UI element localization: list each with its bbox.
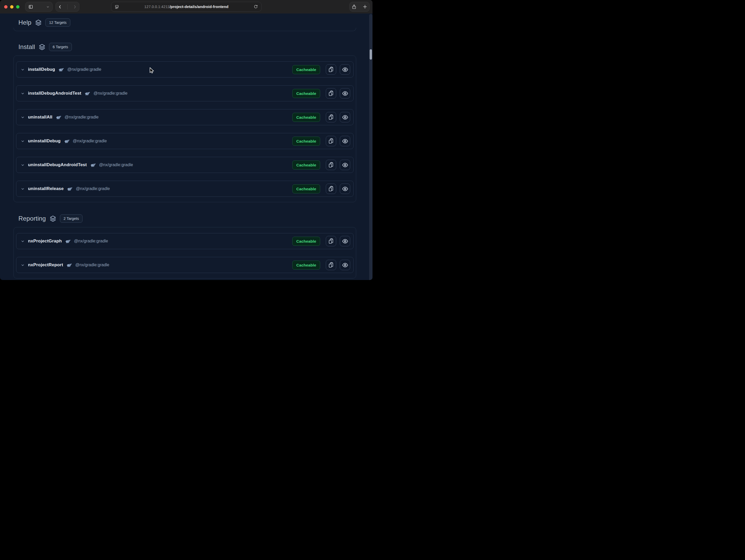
- cacheable-badge: Cacheable: [292, 161, 320, 170]
- expand-chevron-icon[interactable]: [21, 91, 25, 96]
- section-header: Reporting 2 Targets: [19, 214, 356, 223]
- row-actions: Cacheable: [292, 64, 350, 75]
- sidebar-icon: [28, 4, 33, 10]
- copy-target-button[interactable]: [326, 260, 336, 270]
- target-name: nxProjectGraph: [28, 239, 62, 244]
- url-host: 127.0.0.1:4211: [144, 5, 169, 9]
- target-executor: @nx/gradle:gradle: [73, 139, 107, 143]
- cacheable-badge: Cacheable: [292, 89, 320, 98]
- view-target-button[interactable]: [340, 160, 350, 170]
- eye-icon: [342, 238, 348, 244]
- target-executor: @nx/gradle:gradle: [67, 67, 101, 72]
- copy-target-button[interactable]: [326, 136, 336, 146]
- expand-chevron-icon[interactable]: [21, 139, 25, 143]
- target-row[interactable]: installDebug @nx/gradle:gradle Cacheable: [16, 62, 354, 77]
- eye-icon: [342, 114, 348, 120]
- view-target-button[interactable]: [340, 183, 350, 194]
- view-target-button[interactable]: [340, 64, 350, 75]
- view-target-button[interactable]: [340, 112, 350, 123]
- project-targets-list: Help 12 Targets Install 6 Targ: [13, 18, 356, 278]
- section-title: Help: [19, 19, 31, 26]
- zoom-window-button[interactable]: [16, 5, 20, 8]
- copy-target-button[interactable]: [326, 64, 336, 75]
- target-row[interactable]: uninstallDebugAndroidTest @nx/gradle:gra…: [16, 157, 354, 173]
- layers-icon: [35, 19, 42, 26]
- target-executor: @nx/gradle:gradle: [76, 186, 110, 191]
- section-title: Reporting: [19, 215, 46, 222]
- url-text: 127.0.0.1:4211/project-details/android-f…: [119, 5, 253, 9]
- target-name: uninstallDebugAndroidTest: [28, 162, 87, 168]
- row-actions: Cacheable: [292, 236, 350, 246]
- view-target-button[interactable]: [340, 136, 350, 146]
- tab-overview-chevron-button[interactable]: [46, 5, 50, 9]
- forward-button[interactable]: [72, 4, 77, 9]
- share-button[interactable]: [352, 4, 357, 9]
- expand-chevron-icon[interactable]: [21, 163, 25, 167]
- address-bar[interactable]: 127.0.0.1:4211/project-details/android-f…: [111, 2, 261, 12]
- nav-divider: [67, 4, 68, 9]
- expand-chevron-icon[interactable]: [21, 239, 25, 243]
- back-button[interactable]: [58, 4, 63, 9]
- gradle-elephant-icon: [67, 186, 72, 191]
- target-row[interactable]: uninstallAll @nx/gradle:gradle Cacheable: [16, 109, 354, 125]
- target-row[interactable]: nxProjectReport @nx/gradle:gradle Cachea…: [16, 257, 354, 273]
- view-target-button[interactable]: [340, 260, 350, 270]
- target-name: uninstallDebug: [28, 138, 61, 144]
- close-window-button[interactable]: [4, 5, 7, 8]
- target-row[interactable]: uninstallRelease @nx/gradle:gradle Cache…: [16, 181, 354, 197]
- reload-button[interactable]: [253, 4, 258, 9]
- target-executor: @nx/gradle:gradle: [65, 115, 99, 119]
- sidebar-toggle-group: [25, 2, 53, 12]
- gradle-elephant-icon: [56, 115, 61, 120]
- expand-chevron-icon[interactable]: [21, 187, 25, 191]
- copy-target-button[interactable]: [326, 183, 336, 194]
- copy-target-button[interactable]: [326, 160, 336, 170]
- layers-icon: [50, 215, 56, 222]
- gradle-elephant-icon: [64, 138, 69, 144]
- expand-chevron-icon[interactable]: [21, 115, 25, 119]
- clipboard-copy-icon: [328, 138, 334, 144]
- row-actions: Cacheable: [292, 183, 350, 194]
- copy-target-button[interactable]: [326, 236, 336, 246]
- clipboard-copy-icon: [328, 262, 334, 268]
- view-target-button[interactable]: [340, 88, 350, 99]
- copy-target-button[interactable]: [326, 88, 336, 99]
- view-target-button[interactable]: [340, 236, 350, 246]
- target-executor: @nx/gradle:gradle: [99, 163, 133, 167]
- cacheable-badge: Cacheable: [292, 184, 320, 194]
- row-actions: Cacheable: [292, 160, 350, 170]
- page-settings-button[interactable]: [115, 4, 119, 9]
- browser-window: 127.0.0.1:4211/project-details/android-f…: [0, 0, 372, 280]
- eye-icon: [342, 66, 348, 73]
- section-header: Help 12 Targets: [19, 18, 356, 27]
- targets-count-badge: 6 Targets: [49, 43, 72, 51]
- targets-count-badge: 12 Targets: [45, 19, 70, 27]
- chevron-left-icon: [58, 4, 63, 9]
- new-tab-button[interactable]: [362, 4, 367, 9]
- sidebar-toggle-button[interactable]: [28, 4, 33, 10]
- expand-chevron-icon[interactable]: [21, 67, 25, 72]
- expand-chevron-icon[interactable]: [21, 263, 25, 267]
- browser-chrome: 127.0.0.1:4211/project-details/android-f…: [0, 0, 372, 13]
- cacheable-badge: Cacheable: [292, 65, 320, 74]
- target-group: nxProjectGraph @nx/gradle:gradle Cacheab…: [13, 227, 356, 278]
- targets-count-badge: 2 Targets: [60, 214, 83, 223]
- target-row[interactable]: nxProjectGraph @nx/gradle:gradle Cacheab…: [16, 233, 354, 249]
- cacheable-badge: Cacheable: [292, 260, 320, 270]
- target-group: [13, 28, 356, 31]
- scrollbar-track[interactable]: [369, 14, 372, 280]
- target-section: Install 6 Targets installDebug: [13, 42, 356, 202]
- project-details-page: Help 12 Targets Install 6 Targ: [0, 13, 372, 280]
- minimize-window-button[interactable]: [10, 5, 13, 8]
- target-executor: @nx/gradle:gradle: [75, 262, 109, 267]
- eye-icon: [342, 90, 348, 97]
- target-section: Help 12 Targets: [13, 18, 356, 31]
- copy-target-button[interactable]: [326, 112, 336, 123]
- row-actions: Cacheable: [292, 136, 350, 146]
- target-row[interactable]: uninstallDebug @nx/gradle:gradle Cacheab…: [16, 133, 354, 149]
- target-row[interactable]: installDebugAndroidTest @nx/gradle:gradl…: [16, 85, 354, 101]
- target-section: Reporting 2 Targets nxProjectGraph: [13, 214, 356, 278]
- clipboard-copy-icon: [328, 162, 334, 168]
- scrollbar-thumb[interactable]: [370, 49, 372, 60]
- section-title: Install: [19, 43, 35, 50]
